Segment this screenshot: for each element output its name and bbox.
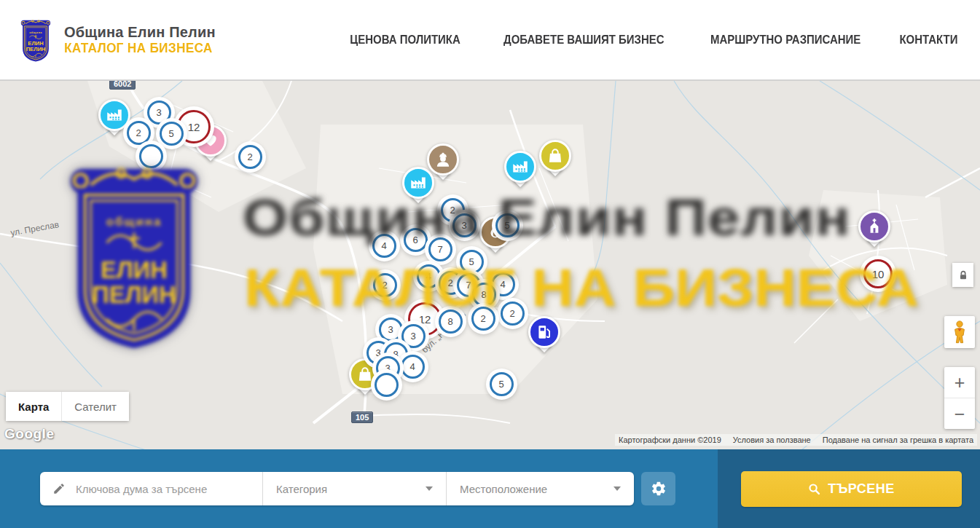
site-subtitle: КАТАЛОГ НА БИЗНЕСА xyxy=(64,41,213,56)
cluster-marker[interactable]: 2 xyxy=(127,121,151,145)
church-icon xyxy=(858,210,890,243)
attribution-terms-link[interactable]: Условия за ползване xyxy=(733,436,811,444)
factory-icon xyxy=(98,99,130,131)
watermark-subtitle: КАТАЛОГ НА БИЗНЕСА xyxy=(244,258,919,318)
church-pin[interactable] xyxy=(858,210,890,253)
map-type-map-button[interactable]: Карта xyxy=(6,392,62,421)
map-type-satellite-button[interactable]: Сателит xyxy=(62,392,129,421)
shopping-bag-pin[interactable] xyxy=(539,140,571,182)
google-logo: Google xyxy=(4,426,54,442)
cluster-marker[interactable]: 5 xyxy=(160,122,184,146)
factory-pin[interactable] xyxy=(98,99,130,141)
category-select[interactable]: Категория xyxy=(263,472,446,505)
app-header: Община Елин Пелин КАТАЛОГ НА БИЗНЕСА ЦЕН… xyxy=(0,0,980,80)
zoom-controls: + − xyxy=(944,367,975,429)
nav-contacts[interactable]: КОНТАКТИ xyxy=(900,33,958,47)
attribution-report-error-link[interactable]: Подаване на сигнал за грешка в картата xyxy=(823,436,973,444)
page: община ЕЛИН ПЕЛИН Община Елин Пелин КАТА… xyxy=(0,0,980,528)
search-fields: Категория Местоположение xyxy=(40,472,634,505)
road-number-badge: 6002 xyxy=(109,80,136,90)
cluster-marker[interactable]: 5 xyxy=(490,372,514,396)
advanced-settings-button[interactable] xyxy=(641,472,675,505)
map-type-toggle: Карта Сателит xyxy=(6,392,129,421)
lock-icon xyxy=(957,269,969,282)
pencil-icon xyxy=(52,482,66,495)
factory-pin[interactable] xyxy=(504,151,536,193)
pegman-icon xyxy=(952,320,968,344)
search-submit-label: ТЪРСЕНЕ xyxy=(828,481,895,497)
map-region[interactable]: 6002105ул. Преславбул. „Новосел xyxy=(0,80,980,449)
municipality-crest-icon xyxy=(16,17,55,63)
location-select-label: Местоположение xyxy=(460,483,547,495)
nav-pricing-policy[interactable]: ЦЕНОВА ПОЛИТИКА xyxy=(350,33,460,47)
cluster-marker[interactable] xyxy=(375,373,399,397)
keyword-input[interactable] xyxy=(76,483,262,495)
search-icon xyxy=(808,483,820,495)
category-select-label: Категория xyxy=(276,483,327,495)
shopping-bag-icon xyxy=(539,140,571,172)
chevron-down-icon xyxy=(614,486,621,491)
location-select[interactable]: Местоположение xyxy=(447,472,634,505)
nav-route-schedule[interactable]: МАРШРУТНО РАЗПИСАНИЕ xyxy=(710,33,861,47)
cluster-marker[interactable]: 4 xyxy=(401,355,425,379)
cluster-marker[interactable]: 3 xyxy=(379,318,403,342)
nav-add-your-business[interactable]: ДОБАВЕТЕ ВАШИЯТ БИЗНЕС xyxy=(503,33,664,47)
cluster-marker[interactable]: 3 xyxy=(401,324,426,348)
keyword-field[interactable] xyxy=(40,472,262,505)
main-nav: ЦЕНОВА ПОЛИТИКА ДОБАВЕТЕ ВАШИЯТ БИЗНЕС М… xyxy=(342,33,962,47)
fuel-pin[interactable] xyxy=(528,316,560,358)
watermark-title: Община Елин Пелин xyxy=(243,189,851,247)
cluster-marker[interactable]: 3 xyxy=(147,101,171,125)
gear-icon xyxy=(651,481,667,497)
site-logo[interactable]: Община Елин Пелин КАТАЛОГ НА БИЗНЕСА xyxy=(16,17,219,63)
street-view-pegman-button[interactable] xyxy=(944,316,975,348)
zoom-in-button[interactable]: + xyxy=(944,367,975,398)
search-submit-button[interactable]: ТЪРСЕНЕ xyxy=(741,471,962,507)
watermark-crest xyxy=(62,154,206,356)
zoom-out-button[interactable]: − xyxy=(944,398,975,429)
road-number-badge: 105 xyxy=(351,411,373,423)
chevron-down-icon xyxy=(426,486,433,491)
site-title: Община Елин Пелин xyxy=(64,24,219,41)
map-attribution: Картографски данни ©2019 Условия за полз… xyxy=(615,434,977,446)
cluster-marker[interactable]: 2 xyxy=(238,145,262,169)
search-bar: Категория Местоположение ТЪРСЕНЕ xyxy=(0,449,980,528)
attribution-copyright: Картографски данни ©2019 xyxy=(619,436,721,444)
factory-icon xyxy=(504,151,536,183)
fuel-icon xyxy=(528,316,560,348)
fullscreen-lock-button[interactable] xyxy=(952,263,973,287)
